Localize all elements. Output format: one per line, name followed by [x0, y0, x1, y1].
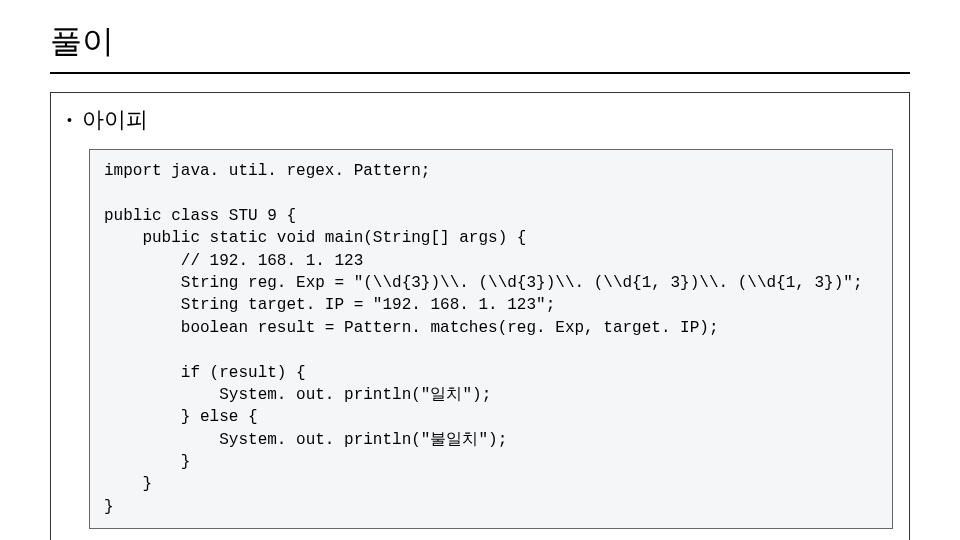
- bullet-label: 아이피: [82, 105, 148, 135]
- bullet-icon: •: [67, 113, 72, 127]
- bullet-row: • 아이피: [67, 105, 893, 135]
- title-area: 풀이: [50, 20, 910, 74]
- slide-title: 풀이: [50, 20, 910, 64]
- content-box: • 아이피 import java. util. regex. Pattern;…: [50, 92, 910, 540]
- code-block: import java. util. regex. Pattern; publi…: [89, 149, 893, 529]
- slide-container: 풀이 • 아이피 import java. util. regex. Patte…: [0, 0, 960, 540]
